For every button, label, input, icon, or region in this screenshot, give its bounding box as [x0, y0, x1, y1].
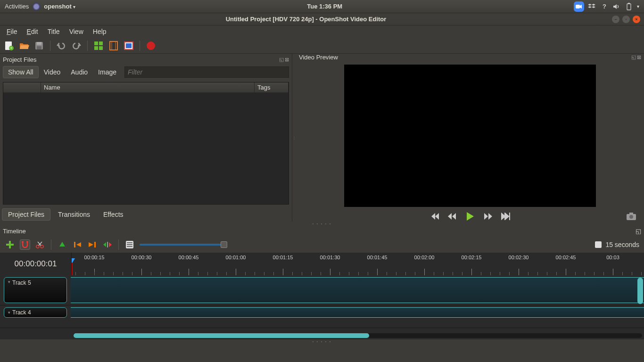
tab-transitions[interactable]: Transitions [52, 209, 96, 220]
timeline-ruler[interactable]: 00:00:1500:00:3000:00:4500:01:0000:01:15… [72, 253, 644, 275]
activities-button[interactable]: Activities [5, 3, 29, 10]
volume-tray-icon[interactable] [612, 2, 621, 11]
chevron-down-icon: ▾ [8, 280, 10, 284]
track-body-5[interactable] [71, 277, 644, 303]
import-files-icon[interactable] [93, 41, 104, 51]
svg-rect-31 [107, 242, 108, 247]
svg-rect-9 [94, 41, 98, 45]
tab-effects[interactable]: Effects [98, 209, 129, 220]
tab-project-files[interactable]: Project Files [2, 208, 50, 221]
menu-title[interactable]: Title [44, 27, 64, 36]
fullscreen-icon[interactable] [124, 41, 134, 51]
timeline-undock-icon[interactable]: ◱ [636, 228, 641, 235]
horizontal-scrollbar[interactable] [74, 333, 642, 338]
svg-rect-12 [99, 46, 103, 50]
main-toolbar: + [0, 38, 644, 54]
filter-video[interactable]: Video [39, 66, 66, 78]
svg-rect-29 [74, 242, 75, 247]
undo-icon[interactable] [56, 41, 66, 51]
filter-audio[interactable]: Audio [66, 66, 93, 78]
svg-rect-1 [627, 4, 631, 10]
menu-edit[interactable]: Edit [23, 27, 42, 36]
maximize-button[interactable]: ▫ [622, 16, 630, 23]
timeline-tracks: ▾Track 5 ▾Track 4 [0, 275, 644, 332]
menu-file[interactable]: File [3, 27, 21, 36]
svg-text:+: + [10, 46, 12, 50]
rewind-icon[interactable] [447, 213, 457, 220]
track-body-4[interactable] [71, 307, 644, 318]
play-icon[interactable] [465, 212, 475, 221]
playhead[interactable] [72, 258, 73, 275]
panel-undock-icon[interactable]: ◱ [279, 57, 284, 63]
panel-close-icon[interactable]: ⊠ [285, 57, 289, 63]
preview-screen[interactable] [344, 65, 596, 207]
timecode-display[interactable]: 00:00:00:01 [0, 253, 72, 275]
col-thumb[interactable] [3, 82, 41, 92]
snapshot-icon[interactable] [626, 212, 636, 221]
bottom-splitter[interactable]: • • • • • [0, 339, 644, 343]
svg-rect-2 [628, 3, 630, 4]
system-menu-icon[interactable]: ▾ [637, 4, 639, 9]
jump-start-icon[interactable] [429, 213, 439, 220]
svg-rect-7 [37, 42, 41, 45]
add-track-icon[interactable] [5, 239, 15, 250]
zoom-tray-icon[interactable] [574, 1, 584, 12]
preview-close-icon[interactable]: ⊠ [637, 54, 641, 60]
timeline-title: Timeline [3, 228, 26, 235]
svg-rect-26 [6, 244, 14, 246]
video-preview-panel: Video Preview ◱ ⊠ [296, 54, 644, 222]
add-marker-icon[interactable] [57, 239, 67, 250]
svg-rect-8 [37, 46, 41, 49]
svg-rect-11 [94, 46, 98, 50]
svg-rect-14 [110, 42, 117, 49]
clock[interactable]: Tue 1:36 PM [75, 3, 574, 10]
duration-checkbox[interactable] [595, 241, 602, 248]
project-files-table[interactable]: Name Tags [3, 82, 289, 205]
filter-image[interactable]: Image [93, 66, 122, 78]
zoom-slider[interactable] [140, 244, 224, 246]
svg-rect-0 [576, 5, 580, 8]
filter-input[interactable] [124, 66, 289, 78]
battery-tray-icon[interactable] [625, 2, 633, 11]
col-name[interactable]: Name [41, 82, 255, 92]
minimize-button[interactable]: – [612, 16, 619, 23]
chevron-down-icon: ▾ [8, 310, 10, 315]
video-preview-title: Video Preview [299, 54, 338, 61]
fast-forward-icon[interactable] [483, 213, 493, 220]
help-tray-icon[interactable]: ? [600, 2, 609, 11]
app-menu[interactable]: openshot ▾ [44, 3, 75, 10]
dropbox-tray-icon[interactable] [588, 2, 596, 11]
col-tags[interactable]: Tags [255, 82, 289, 92]
snap-icon[interactable] [20, 239, 30, 250]
next-marker-icon[interactable] [87, 239, 98, 250]
openshot-app-icon [33, 3, 40, 10]
svg-point-20 [147, 41, 155, 50]
jump-end-icon[interactable] [501, 213, 511, 220]
horizontal-splitter[interactable]: • • • • • [0, 222, 644, 225]
svg-rect-19 [126, 43, 132, 48]
redo-icon[interactable] [71, 41, 82, 51]
vertical-splitter[interactable]: ⋮ [292, 54, 296, 222]
razor-icon[interactable] [35, 239, 45, 250]
project-files-title: Project Files [3, 56, 37, 63]
prev-marker-icon[interactable] [72, 239, 83, 250]
filter-show-all[interactable]: Show All [3, 66, 39, 78]
close-button[interactable]: × [633, 16, 640, 23]
export-icon[interactable] [146, 41, 156, 51]
os-topbar: Activities openshot ▾ Tue 1:36 PM ? ▾ [0, 0, 644, 13]
svg-rect-33 [127, 242, 132, 243]
open-project-icon[interactable] [19, 41, 29, 51]
menubar: File Edit Title View Help [0, 25, 644, 38]
track-row: ▾Track 5 [0, 275, 644, 305]
center-playhead-icon[interactable] [102, 239, 113, 250]
vertical-scrollbar[interactable] [637, 278, 643, 304]
new-project-icon[interactable]: + [4, 41, 14, 51]
menu-view[interactable]: View [66, 27, 87, 36]
preview-undock-icon[interactable]: ◱ [631, 54, 636, 60]
track-header-5[interactable]: ▾Track 5 [4, 277, 67, 303]
track-header-4[interactable]: ▾Track 4 [4, 307, 67, 318]
save-project-icon[interactable] [34, 41, 44, 51]
menu-help[interactable]: Help [89, 27, 110, 36]
zoom-tool-icon[interactable] [124, 239, 135, 250]
profile-icon[interactable] [108, 41, 119, 51]
